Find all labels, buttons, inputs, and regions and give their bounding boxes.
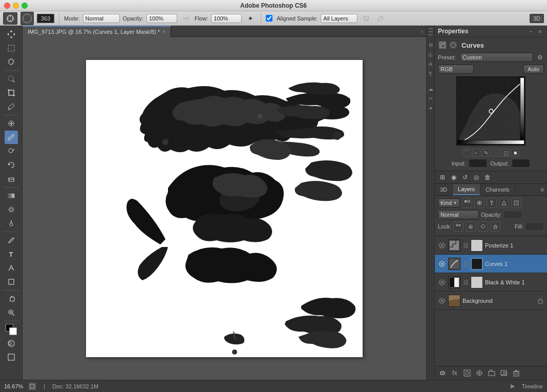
view-previous-state-icon[interactable]: ◉ [449, 173, 458, 182]
curves-panel-icon[interactable] [438, 40, 447, 50]
clone-stamp-tool[interactable] [5, 145, 18, 158]
preset-settings-icon[interactable]: ⚙ [536, 53, 544, 61]
sample-select[interactable]: All Layers [321, 14, 357, 23]
flow-select[interactable]: 100% [211, 14, 242, 23]
lock-position-btn[interactable] [478, 221, 488, 232]
maximize-button[interactable] [22, 3, 28, 9]
close-button[interactable] [4, 3, 10, 9]
layer-item-bw[interactable]: ⛓ Black & White 1 [435, 273, 547, 292]
filter-adjustment-icon[interactable] [474, 198, 485, 208]
brush-tool[interactable] [5, 131, 18, 144]
eyedropper-icon[interactable] [375, 13, 386, 24]
layer-item-background[interactable]: Background [435, 292, 547, 310]
path-selection-tool[interactable] [5, 261, 18, 275]
history-brush-tool[interactable] [5, 158, 18, 172]
curve-sample-white-icon[interactable]: ◽ [511, 149, 519, 157]
zoom-tool[interactable] [5, 306, 18, 319]
side-panel-icon-1[interactable]: ⊞ [428, 42, 433, 48]
create-new-layer-icon[interactable] [499, 368, 509, 378]
auto-button[interactable]: Auto [523, 65, 544, 74]
shape-tool[interactable] [5, 275, 18, 288]
add-mask-icon[interactable] [462, 368, 472, 378]
tab-layers[interactable]: Layers [453, 184, 480, 195]
eraser-tool[interactable] [5, 172, 18, 185]
smoothing-icon[interactable]: ✦ [245, 13, 256, 24]
pen-tool[interactable] [5, 234, 18, 247]
layer-item-posterize[interactable]: ⛓ Posterize 1 [435, 236, 547, 255]
layer-visibility-bw[interactable] [438, 278, 446, 286]
airbrush-icon[interactable] [180, 13, 192, 24]
lock-all-btn[interactable] [490, 221, 500, 232]
curve-sample-black-icon[interactable]: ◾ [492, 149, 500, 157]
kind-filter[interactable]: Kind ▼ [438, 198, 460, 208]
filter-shape-icon[interactable] [499, 198, 509, 208]
move-tool[interactable] [5, 28, 18, 41]
document-tab[interactable]: IMG_9713.JPG @ 16.7% (Curves 1, Layer Ma… [23, 26, 171, 37]
mask-icon[interactable] [449, 40, 458, 50]
lasso-tool[interactable] [5, 55, 18, 69]
crop-tool[interactable] [5, 86, 18, 99]
curves-graph[interactable] [456, 76, 525, 146]
add-layer-style-icon[interactable]: fx [450, 368, 459, 378]
minimize-button[interactable] [13, 3, 19, 9]
aligned-checkbox[interactable] [266, 15, 272, 22]
filter-pixel-icon[interactable] [462, 198, 472, 208]
lock-image-btn[interactable] [466, 221, 476, 232]
side-panel-icon-2[interactable]: ◎ [428, 52, 433, 57]
quick-selection-tool[interactable] [5, 72, 18, 86]
eyedropper-tool[interactable] [5, 100, 18, 113]
tab-close-button[interactable]: × [162, 29, 165, 34]
fill-input[interactable]: 100% [525, 222, 544, 231]
clip-to-layer-icon[interactable]: ⊞ [438, 173, 447, 182]
curve-pencil-icon[interactable]: ✎ [482, 149, 490, 157]
opacity-input[interactable]: 100% [503, 211, 522, 219]
panel-collapse-icon[interactable]: › [418, 26, 426, 37]
opacity-select[interactable]: 100% [146, 14, 177, 23]
properties-collapse-icon[interactable]: − [528, 28, 535, 35]
lock-transparent-btn[interactable] [453, 221, 464, 232]
quick-mask-tool[interactable] [5, 337, 18, 350]
link-layers-icon[interactable] [438, 368, 447, 378]
curve-smooth-icon[interactable]: ⌒ [462, 149, 471, 157]
panel-tab-menu[interactable]: ≡ [537, 186, 547, 193]
blend-mode-select[interactable]: Normal [438, 210, 479, 219]
tab-3d[interactable]: 3D [435, 184, 453, 195]
layer-visibility-background[interactable] [438, 297, 446, 305]
brush-preview[interactable] [20, 12, 34, 25]
mode-select[interactable]: Normal [83, 14, 120, 23]
side-panel-icon-5[interactable]: ☁ [428, 86, 433, 92]
ignore-adjustments-icon[interactable] [361, 13, 372, 24]
toggle-layer-visibility-icon[interactable]: ◎ [472, 173, 481, 182]
channel-select[interactable]: RGB [438, 65, 474, 74]
input-value[interactable]: 99 [469, 159, 487, 168]
status-arrow[interactable]: ▶ [509, 382, 517, 390]
brush-size-display[interactable]: 363 [37, 14, 54, 23]
canvas-scroll[interactable] [23, 37, 426, 380]
layer-visibility-posterize[interactable] [438, 241, 446, 250]
tab-channels[interactable]: Channels [480, 184, 515, 195]
preset-select[interactable]: Custom [460, 53, 533, 62]
fit-screen-icon[interactable] [28, 382, 36, 390]
create-adjustment-icon[interactable] [475, 368, 484, 378]
layer-item-curves[interactable]: ⛓ Curves 1 [435, 255, 547, 273]
3d-button[interactable]: 3D [530, 14, 544, 23]
hand-tool[interactable] [5, 292, 18, 305]
delete-layer-icon[interactable] [512, 368, 521, 378]
delete-adjustment-icon[interactable]: 🗑 [483, 173, 492, 182]
properties-menu-icon[interactable]: ≡ [537, 28, 544, 35]
tool-options-icon[interactable] [3, 12, 17, 25]
layer-visibility-curves[interactable] [438, 260, 446, 268]
curve-sample-gray-icon[interactable]: ◫ [501, 149, 510, 157]
filter-type-icon[interactable]: T [487, 198, 497, 208]
healing-brush-tool[interactable] [5, 117, 18, 130]
side-panel-icon-7[interactable]: ✦ [428, 106, 433, 111]
output-value[interactable]: 191 [512, 159, 530, 168]
side-panel-icon-3[interactable]: A [428, 61, 433, 67]
marquee-tool[interactable] [5, 42, 18, 55]
filter-smart-icon[interactable] [511, 198, 521, 208]
dodge-tool[interactable] [5, 217, 18, 230]
side-panel-icon-4[interactable]: ¶ [428, 71, 433, 77]
gradient-tool[interactable] [5, 189, 18, 202]
blur-tool[interactable] [5, 203, 18, 216]
create-group-icon[interactable] [487, 368, 496, 378]
